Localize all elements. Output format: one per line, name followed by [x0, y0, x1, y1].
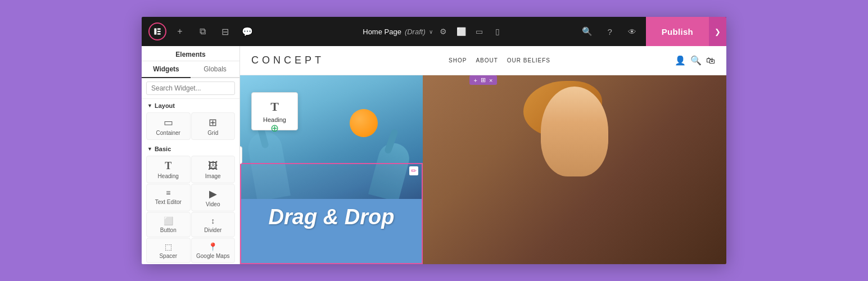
mobile-view-icon[interactable]: ▯ [490, 24, 505, 39]
draft-label: (Draft) [405, 28, 426, 36]
top-bar: + ⧉ ⊟ 💬 Home Page (Draft) ∨ ⚙ ⬜ ▭ ▯ 🔍 ? … [142, 17, 726, 46]
basic-widgets-grid: T Heading 🖼 Image ≡ Text Editor ▶ Video … [142, 153, 239, 264]
device-switcher: ⬜ ▭ ▯ [454, 24, 505, 39]
top-bar-left-icons: + ⧉ ⊟ 💬 [142, 22, 263, 40]
left-panel: Elements Widgets Globals ▼ Layout ▭ Cont… [142, 46, 240, 264]
drag-cursor-icon: ⊕ [270, 122, 279, 134]
elementor-e-icon [153, 27, 162, 36]
heading-drag-widget[interactable]: T Heading ⊕ [251, 92, 298, 130]
section-grid-button[interactable]: ⊞ [480, 76, 487, 84]
widget-divider[interactable]: ↕ Divider [191, 212, 236, 237]
video-icon: ▶ [209, 189, 217, 199]
image-label: Image [205, 173, 221, 179]
search-icon[interactable]: 🔍 [578, 22, 596, 40]
page-dropdown-icon[interactable]: ∨ [429, 29, 433, 35]
layout-section-header: ▼ Layout [142, 99, 239, 110]
basic-section-label: Basic [155, 146, 171, 152]
tab-globals[interactable]: Globals [191, 61, 239, 78]
site-nav: CONCEPT SHOP ABOUT OUR BELIEFS 👤 🔍 🛍 [240, 46, 726, 75]
google-maps-icon: 📍 [208, 243, 218, 251]
site-nav-links: SHOP ABOUT OUR BELIEFS [449, 57, 550, 64]
spacer-label: Spacer [159, 253, 177, 259]
site-preview: CONCEPT SHOP ABOUT OUR BELIEFS 👤 🔍 🛍 [240, 46, 726, 264]
woman-photo [423, 75, 726, 264]
widget-button[interactable]: ⬜ Button [146, 212, 191, 237]
publish-button[interactable]: Publish [646, 17, 709, 46]
top-bar-center: Home Page (Draft) ∨ ⚙ ⬜ ▭ ▯ [363, 24, 505, 39]
help-icon[interactable]: ? [601, 22, 619, 40]
panel-collapse-toggle[interactable]: ‹ [240, 146, 242, 164]
preview-icon[interactable]: 👁 [623, 22, 641, 40]
right-canvas-section [423, 75, 726, 264]
publish-dropdown-button[interactable]: ❯ [709, 17, 726, 46]
video-label: Video [206, 201, 220, 207]
page-title-area[interactable]: Home Page (Draft) ∨ [363, 28, 433, 36]
widget-grid[interactable]: ⊞ Grid [191, 112, 236, 140]
section-add-button[interactable]: + [473, 77, 478, 84]
grid-label: Grid [207, 130, 218, 136]
section-close-button[interactable]: × [488, 77, 494, 84]
elementor-logo[interactable] [148, 22, 166, 40]
canvas-content: + ⊞ × T Heading ⊕ [240, 75, 726, 264]
drag-drop-text: Drag & Drop [241, 206, 422, 229]
layout-section-label: Layout [155, 102, 175, 109]
section-toolbar: + ⊞ × [469, 75, 498, 85]
widget-search-box [142, 78, 239, 99]
orange-fruit [350, 109, 378, 137]
heading-drag-t-icon: T [270, 99, 279, 114]
drop-zone[interactable]: ✏ Drag & Drop [240, 163, 423, 264]
account-icon[interactable]: 👤 [675, 55, 686, 66]
basic-arrow-icon: ▼ [147, 146, 152, 152]
layout-widgets-grid: ▭ Container ⊞ Grid [142, 110, 239, 142]
image-icon: 🖼 [208, 161, 218, 171]
widget-spacer[interactable]: ⬚ Spacer [146, 238, 191, 263]
woman-face [541, 87, 608, 176]
left-canvas-section: T Heading ⊕ [240, 75, 423, 264]
canvas-area[interactable]: ‹ CONCEPT SHOP ABOUT OUR BELIEFS 👤 🔍 🛍 [240, 46, 726, 264]
desktop-view-icon[interactable]: ⬜ [454, 24, 469, 39]
tab-widgets[interactable]: Widgets [142, 61, 191, 78]
page-title: Home Page [363, 28, 401, 36]
page-settings-icon[interactable]: ⚙ [440, 27, 447, 36]
layers-icon[interactable]: ⧉ [193, 22, 211, 40]
comments-icon[interactable]: 💬 [238, 22, 256, 40]
spacer-icon: ⬚ [165, 243, 172, 251]
panel-title: Elements [142, 46, 239, 61]
nav-link-shop[interactable]: SHOP [449, 57, 467, 64]
nav-link-about[interactable]: ABOUT [476, 57, 498, 64]
editor-body: Elements Widgets Globals ▼ Layout ▭ Cont… [142, 46, 726, 264]
layout-arrow-icon: ▼ [147, 103, 152, 108]
search-nav-icon[interactable]: 🔍 [690, 55, 702, 66]
edit-pen-icon[interactable]: ✏ [409, 166, 418, 175]
nav-link-our-beliefs[interactable]: OUR BELIEFS [507, 57, 550, 64]
container-label: Container [156, 130, 180, 136]
add-element-button[interactable]: + [171, 22, 189, 40]
widget-image[interactable]: 🖼 Image [191, 156, 236, 183]
svg-rect-0 [154, 28, 156, 34]
divider-icon: ↕ [211, 217, 215, 225]
google-maps-label: Google Maps [196, 253, 229, 259]
responsive-icon[interactable]: ⊟ [216, 22, 234, 40]
widget-google-maps[interactable]: 📍 Google Maps [191, 238, 236, 263]
search-input[interactable] [146, 81, 235, 95]
tablet-view-icon[interactable]: ▭ [472, 24, 487, 39]
heading-label: Heading [158, 173, 179, 179]
text-editor-icon: ≡ [166, 189, 170, 197]
button-icon: ⬜ [164, 217, 173, 225]
site-logo: CONCEPT [251, 55, 324, 66]
button-label: Button [160, 227, 177, 233]
divider-label: Divider [204, 227, 221, 233]
widget-text-editor[interactable]: ≡ Text Editor [146, 184, 191, 211]
widget-heading[interactable]: T Heading [146, 156, 191, 183]
heading-icon: T [165, 161, 171, 171]
widget-container[interactable]: ▭ Container [146, 112, 191, 140]
widget-video[interactable]: ▶ Video [191, 184, 236, 211]
publish-btn-group: Publish ❯ [646, 17, 726, 46]
svg-rect-2 [157, 31, 161, 32]
cart-icon[interactable]: 🛍 [706, 56, 715, 66]
site-nav-icons: 👤 🔍 🛍 [675, 55, 715, 66]
grid-icon: ⊞ [209, 117, 217, 128]
container-icon: ▭ [164, 117, 173, 128]
basic-section-header: ▼ Basic [142, 142, 239, 153]
top-bar-right: 🔍 ? 👁 Publish ❯ [578, 17, 726, 46]
